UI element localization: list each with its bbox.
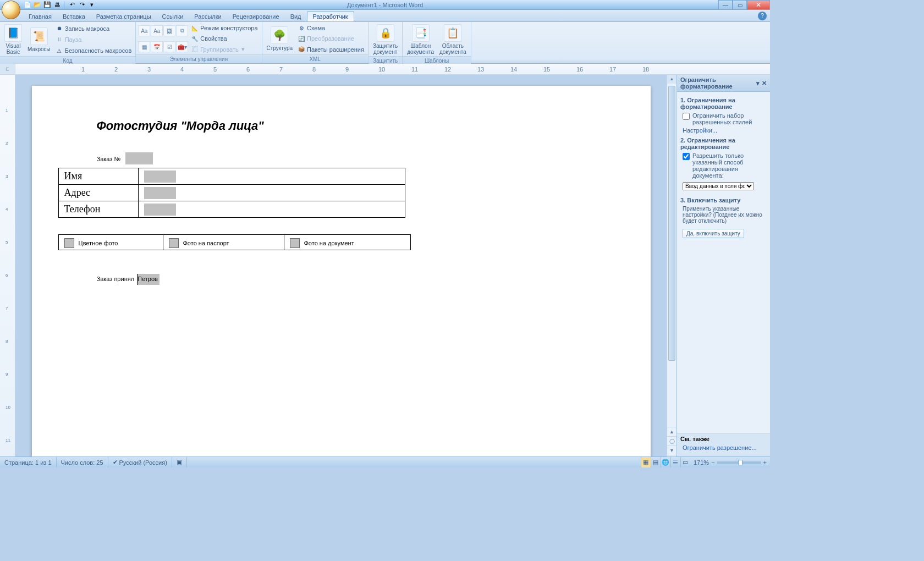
tp-chk-styles[interactable] xyxy=(683,113,690,120)
ruler-vertical[interactable]: 123 456 789 1011 xyxy=(0,75,15,457)
help-button[interactable]: ? xyxy=(758,12,767,20)
pause-macro-button[interactable]: ⏸Пауза xyxy=(54,35,134,44)
vb-icon: 📘 xyxy=(4,24,22,42)
ruler-horizontal[interactable]: 123 456 789 101112 131415 161718 xyxy=(15,64,770,74)
macros-button[interactable]: 📜 Макросы xyxy=(25,23,53,56)
tab-references[interactable]: Ссылки xyxy=(157,12,189,21)
tp-note: Применить указанные настройки? (Позднее … xyxy=(683,206,767,224)
prev-page-button[interactable]: ▲ xyxy=(667,427,676,437)
checkbox-icon xyxy=(290,238,300,248)
control-richtext-button[interactable]: Aa xyxy=(138,25,150,36)
tab-home[interactable]: Главная xyxy=(23,12,57,21)
properties-button[interactable]: 🔧Свойства xyxy=(189,34,259,43)
tp-heading-3: 3. Включить защиту xyxy=(680,197,767,204)
tab-insert[interactable]: Вставка xyxy=(57,12,91,21)
group-button[interactable]: ⿴Группировать▾ xyxy=(189,45,259,54)
zoom-slider[interactable] xyxy=(717,461,761,464)
address-field-cell[interactable] xyxy=(138,185,405,201)
record-macro-button[interactable]: ⏺Запись макроса xyxy=(54,24,134,33)
protect-document-button[interactable]: 🔒 Защитить документ xyxy=(371,23,400,56)
scroll-up-icon[interactable]: ▲ xyxy=(667,75,676,84)
design-mode-button[interactable]: 📐Режим конструктора xyxy=(189,24,259,32)
status-spellcheck[interactable]: ✔Русский (Россия) xyxy=(108,457,172,468)
tab-review[interactable]: Рецензирование xyxy=(227,12,285,21)
view-web[interactable]: 🌐 xyxy=(661,457,670,468)
group-controls-label: Элементы управления xyxy=(136,54,261,63)
next-page-button[interactable]: ▼ xyxy=(667,446,676,455)
control-dropdown-button[interactable]: ▦ xyxy=(138,41,150,52)
macro-security-button[interactable]: ⚠Безопасность макросов xyxy=(54,46,134,55)
phone-field-cell[interactable] xyxy=(138,201,405,218)
zoom-level[interactable]: 171% xyxy=(694,459,709,466)
accepted-by-field[interactable]: Петров xyxy=(137,274,160,285)
order-number-field[interactable] xyxy=(125,152,153,164)
checkbox-icon xyxy=(169,238,179,248)
structure-button[interactable]: 🌳 Структура xyxy=(265,23,295,54)
qat-open-icon[interactable]: 📂 xyxy=(33,1,42,9)
window-title: Документ1 - Microsoft Word xyxy=(0,2,770,8)
tp-heading-2: 2. Ограничения на редактирование xyxy=(680,137,767,150)
qat-redo-icon[interactable]: ↷ xyxy=(78,1,86,9)
opt-document-photo[interactable]: Фото на документ xyxy=(284,234,410,250)
tab-mailings[interactable]: Рассылки xyxy=(189,12,227,21)
zoom-in-button[interactable]: + xyxy=(763,459,767,466)
tab-developer[interactable]: Разработчик xyxy=(307,11,354,21)
props-icon: 🔧 xyxy=(191,35,199,42)
view-fullscreen[interactable]: ▤ xyxy=(651,457,661,468)
group-xml-label: XML xyxy=(262,54,368,63)
qat-save-icon[interactable]: 💾 xyxy=(43,1,52,9)
name-field-cell[interactable] xyxy=(138,168,405,185)
scrollbar-vertical[interactable]: ▲ ▲ ◯ ▼ xyxy=(667,75,676,457)
office-button[interactable] xyxy=(2,1,20,19)
tp-editing-mode-select[interactable]: Ввод данных в поля форм xyxy=(683,182,754,190)
taskpane-dropdown-icon[interactable]: ▾ xyxy=(756,80,760,87)
document-template-button[interactable]: 📑 Шаблон документа xyxy=(405,23,436,56)
macros-icon: 📜 xyxy=(30,28,48,45)
document-page[interactable]: Фотостудия "Морда лица" Заказ № Имя Адре… xyxy=(32,86,651,457)
control-combo-button[interactable]: ⧉ xyxy=(176,25,188,36)
control-text-button[interactable]: Aa xyxy=(151,25,163,36)
record-icon: ⏺ xyxy=(56,25,63,32)
qat-undo-icon[interactable]: ↶ xyxy=(68,1,76,9)
warning-icon: ⚠ xyxy=(56,47,63,54)
tp-settings-link[interactable]: Настройки... xyxy=(683,127,767,134)
view-draft[interactable]: ▭ xyxy=(680,457,690,468)
checkbox-icon xyxy=(64,238,74,248)
status-words[interactable]: Число слов: 25 xyxy=(57,457,108,468)
pause-icon: ⏸ xyxy=(56,36,63,43)
tp-footer-heading: См. также xyxy=(680,436,767,442)
status-page[interactable]: Страница: 1 из 1 xyxy=(0,457,57,468)
tp-chk-editing[interactable] xyxy=(683,153,690,160)
qat-new-icon[interactable]: 📄 xyxy=(23,1,32,9)
opt-color-photo[interactable]: Цветное фото xyxy=(58,234,163,250)
view-outline[interactable]: ☰ xyxy=(670,457,680,468)
expansion-packs-button[interactable]: 📦Пакеты расширения xyxy=(296,45,366,54)
transform-button[interactable]: 🔄Преобразование xyxy=(296,34,366,43)
maximize-button[interactable]: ▭ xyxy=(733,0,747,10)
control-image-button[interactable]: 🖼 xyxy=(163,25,175,36)
control-legacy-button[interactable]: 🧰▾ xyxy=(176,41,188,52)
tp-restrict-permission-link[interactable]: Ограничить разрешение... xyxy=(683,444,767,451)
scroll-thumb[interactable] xyxy=(668,86,675,361)
tp-enable-protection-button[interactable]: Да, включить защиту xyxy=(683,229,744,238)
view-print-layout[interactable]: ▦ xyxy=(641,457,651,468)
minimize-button[interactable]: — xyxy=(718,0,733,10)
zoom-out-button[interactable]: − xyxy=(711,459,714,466)
document-area-button[interactable]: 📋 Область документа xyxy=(437,23,469,56)
control-checkbox-button[interactable]: ☑ xyxy=(163,41,175,52)
visual-basic-button[interactable]: 📘 Visual Basic xyxy=(2,23,24,56)
group-icon: ⿴ xyxy=(191,46,199,53)
browse-object-button[interactable]: ◯ xyxy=(667,437,676,446)
qat-print-icon[interactable]: 🖶 xyxy=(53,1,62,9)
close-button[interactable]: ✕ xyxy=(747,0,770,10)
tab-page-layout[interactable]: Разметка страницы xyxy=(91,12,157,21)
doc-title: Фотостудия "Морда лица" xyxy=(97,119,624,133)
control-date-button[interactable]: 📅 xyxy=(151,41,163,52)
opt-passport-photo[interactable]: Фото на паспорт xyxy=(163,234,284,250)
schema-button[interactable]: ⚙Схема xyxy=(296,24,366,32)
tab-view[interactable]: Вид xyxy=(285,12,307,21)
taskpane-close-icon[interactable]: ✕ xyxy=(762,80,767,87)
ruler-corner[interactable]: ⊏ xyxy=(0,64,15,74)
qat-dropdown-icon[interactable]: ▾ xyxy=(87,1,96,9)
status-macro[interactable]: ▣ xyxy=(172,457,187,468)
